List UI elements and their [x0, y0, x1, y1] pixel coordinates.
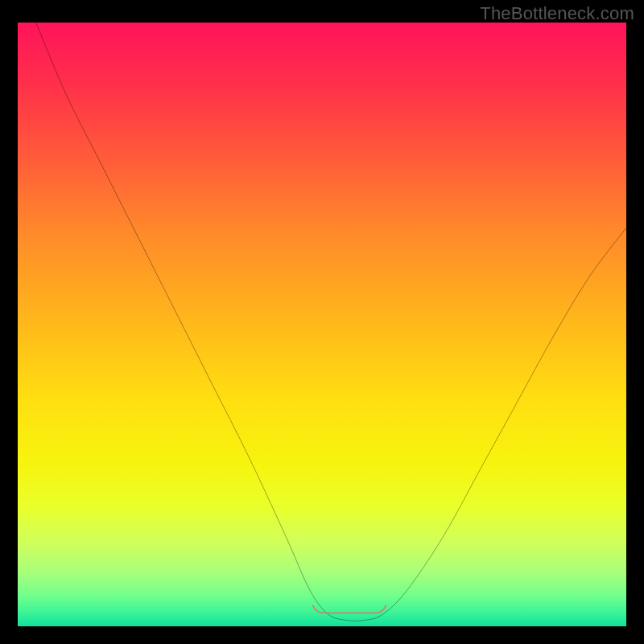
bottleneck-curve [18, 23, 626, 626]
optimal-range-highlight [313, 606, 386, 613]
plot-area [18, 23, 626, 626]
attribution-text: TheBottleneck.com [480, 3, 634, 24]
chart-frame: TheBottleneck.com [0, 0, 644, 644]
bottleneck-curve-path [36, 23, 626, 621]
